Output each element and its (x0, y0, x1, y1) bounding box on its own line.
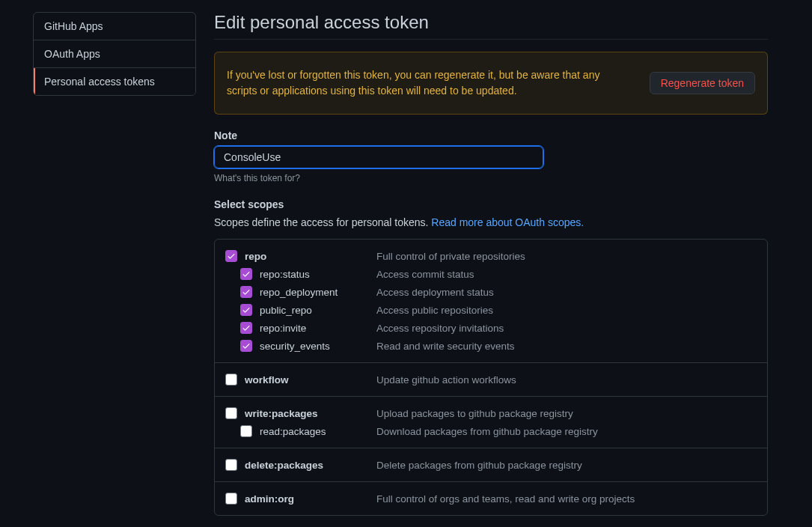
scope-desc: Full control of private repositories (376, 251, 525, 262)
scope-checkbox-workflow[interactable] (225, 374, 237, 386)
scope-row-security-events: security_eventsRead and write security e… (225, 337, 757, 355)
scope-desc: Access repository invitations (376, 323, 504, 334)
scope-checkbox-delete-packages[interactable] (225, 459, 237, 471)
scope-name: public_repo (260, 305, 376, 316)
scope-checkbox-security-events[interactable] (240, 340, 252, 352)
scope-name: repo:invite (260, 323, 376, 334)
scope-name: read:packages (260, 426, 376, 437)
scope-row-delete-packages: delete:packagesDelete packages from gith… (225, 456, 757, 474)
scope-desc: Full control of orgs and teams, read and… (376, 493, 635, 505)
scope-row-repo-invite: repo:inviteAccess repository invitations (225, 319, 757, 337)
sidebar-item-github-apps[interactable]: GitHub Apps (34, 13, 195, 40)
sidebar-item-personal-access-tokens[interactable]: Personal access tokens (34, 68, 195, 95)
scope-row-read-packages: read:packagesDownload packages from gith… (225, 422, 757, 440)
note-label: Note (214, 130, 768, 141)
oauth-scopes-link[interactable]: Read more about OAuth scopes. (431, 216, 584, 228)
sidebar-item-oauth-apps[interactable]: OAuth Apps (34, 40, 195, 68)
scope-name: repo:status (260, 269, 376, 280)
scope-checkbox-admin-org[interactable] (225, 493, 237, 505)
scope-group-delete-packages: delete:packagesDelete packages from gith… (215, 448, 767, 482)
scope-desc: Read and write security events (376, 341, 515, 352)
flash-text: If you've lost or forgotten this token, … (227, 67, 601, 99)
scope-checkbox-repo[interactable] (225, 250, 237, 262)
sidebar: GitHub Apps OAuth Apps Personal access t… (33, 12, 196, 516)
scope-checkbox-read-packages[interactable] (240, 425, 252, 437)
scope-desc: Access public repositories (376, 305, 493, 316)
scope-row-write-packages: write:packagesUpload packages to github … (225, 404, 757, 422)
scope-name: repo (245, 251, 376, 262)
scope-checkbox-write-packages[interactable] (225, 407, 237, 419)
scopes-desc-text: Scopes define the access for personal to… (214, 216, 431, 228)
scopes-label: Select scopes (214, 198, 768, 210)
scope-desc: Delete packages from github package regi… (376, 460, 582, 471)
scope-row-admin-org: admin:orgFull control of orgs and teams,… (225, 490, 757, 508)
scope-name: repo_deployment (260, 287, 376, 298)
scope-group-write-packages: write:packagesUpload packages to github … (215, 397, 767, 448)
scope-checkbox-public-repo[interactable] (240, 304, 252, 316)
scope-group-admin-org: admin:orgFull control of orgs and teams,… (215, 482, 767, 515)
scope-name: security_events (260, 341, 376, 352)
scope-row-workflow: workflowUpdate github action workflows (225, 371, 757, 389)
flash-warning: If you've lost or forgotten this token, … (214, 52, 768, 115)
scope-name: workflow (245, 374, 376, 386)
scopes-box: repoFull control of private repositories… (214, 239, 768, 516)
regenerate-token-button[interactable]: Regenerate token (650, 72, 755, 94)
note-hint: What's this token for? (214, 173, 768, 183)
scope-checkbox-repo-deployment[interactable] (240, 286, 252, 298)
scope-row-repo-status: repo:statusAccess commit status (225, 265, 757, 283)
scope-checkbox-repo-status[interactable] (240, 268, 252, 280)
scope-desc: Update github action workflows (376, 374, 516, 386)
scope-group-workflow: workflowUpdate github action workflows (215, 363, 767, 397)
scope-row-public-repo: public_repoAccess public repositories (225, 301, 757, 319)
scope-desc: Upload packages to github package regist… (376, 408, 573, 419)
scope-row-repo-deployment: repo_deploymentAccess deployment status (225, 283, 757, 301)
scope-name: delete:packages (245, 460, 376, 471)
scope-desc: Access commit status (376, 269, 474, 280)
scope-name: admin:org (245, 493, 376, 505)
scope-row-repo: repoFull control of private repositories (225, 247, 757, 265)
scope-group-repo: repoFull control of private repositories… (215, 240, 767, 363)
main-content: Edit personal access token If you've los… (214, 12, 768, 516)
page-title: Edit personal access token (214, 12, 768, 40)
scope-name: write:packages (245, 408, 376, 419)
note-input[interactable] (214, 146, 543, 168)
sidebar-nav: GitHub Apps OAuth Apps Personal access t… (33, 12, 196, 96)
scope-desc: Download packages from github package re… (376, 426, 598, 437)
scope-desc: Access deployment status (376, 287, 494, 298)
scopes-description: Scopes define the access for personal to… (214, 216, 768, 228)
scope-checkbox-repo-invite[interactable] (240, 322, 252, 334)
